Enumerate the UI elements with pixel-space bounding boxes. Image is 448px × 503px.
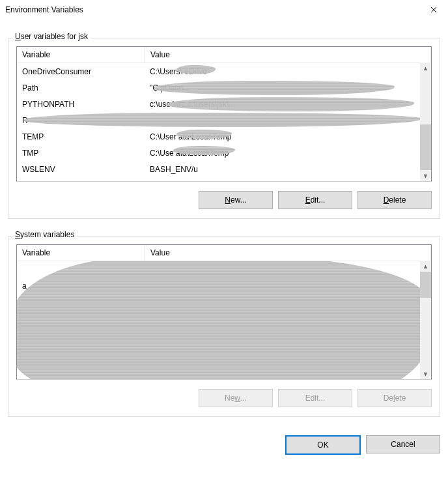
scroll-up-icon: ▲ (420, 63, 431, 74)
scrollbar[interactable]: ▲ ▼ (420, 261, 431, 379)
edit-button[interactable]: Edit... (278, 389, 352, 407)
list-header: Variable Value (17, 245, 431, 261)
new-button[interactable]: New... (199, 191, 273, 209)
cell-variable: R (17, 116, 145, 125)
list-rows: OneDriveConsumer C:\Users\ eDrive Path "… (17, 63, 431, 181)
list-header: Variable Value (17, 47, 431, 63)
system-variables-list[interactable]: Variable Value a ▲ ▼ (16, 244, 432, 380)
close-button[interactable] (419, 0, 448, 20)
cell-variable: WSLENV (17, 165, 145, 174)
scroll-down-icon: ▼ (420, 170, 431, 181)
dialog-body: User variables for jsk Variable Value On… (0, 20, 448, 424)
column-header-variable[interactable]: Variable (17, 245, 145, 261)
scroll-up-icon: ▲ (420, 261, 431, 272)
list-row[interactable]: R (17, 112, 431, 128)
system-variables-legend: System variables (12, 230, 77, 239)
cancel-button[interactable]: Cancel (366, 435, 440, 453)
column-header-value[interactable]: Value (145, 47, 431, 63)
scrollbar[interactable]: ▲ ▼ (420, 63, 431, 181)
cell-value: c:\use \src;c:\users\jsk\... (145, 100, 431, 109)
cell-variable: TEMP (17, 132, 145, 141)
cell-value: C:\User ata\Local\Temp (145, 132, 431, 141)
list-row[interactable] (17, 261, 431, 278)
cell-value: "C pData\... (145, 83, 431, 93)
scroll-down-icon: ▼ (420, 368, 431, 379)
system-variables-group: System variables Variable Value a (8, 236, 440, 417)
cell-variable: a (17, 281, 145, 291)
dialog-footer: OK Cancel (0, 424, 448, 463)
list-row[interactable]: PYTHONPATH c:\use \src;c:\users\jsk\... (17, 96, 431, 112)
edit-button[interactable]: Edit... (278, 191, 352, 209)
cell-variable: TMP (17, 149, 145, 158)
window-title: Environment Variables (5, 5, 83, 14)
list-row[interactable]: Path "C pData\... (17, 79, 431, 96)
user-variables-legend: User variables for jsk (12, 32, 91, 41)
list-row[interactable]: TEMP C:\User ata\Local\Temp (17, 128, 431, 145)
delete-button[interactable]: Delete (357, 389, 432, 407)
user-variables-group: User variables for jsk Variable Value On… (8, 38, 440, 219)
scroll-thumb[interactable] (420, 272, 431, 298)
cell-variable: Path (17, 83, 145, 93)
titlebar: Environment Variables (0, 0, 448, 20)
list-rows: a (17, 261, 431, 379)
list-row[interactable]: OneDriveConsumer C:\Users\ eDrive (17, 63, 431, 79)
user-buttons-row: New... Edit... Delete (16, 191, 432, 209)
column-header-value[interactable]: Value (145, 245, 431, 261)
cell-variable: OneDriveConsumer (17, 67, 145, 76)
delete-button[interactable]: Delete (357, 191, 432, 209)
cell-value: BASH_ENV/u (145, 165, 431, 174)
scroll-thumb[interactable] (420, 124, 431, 170)
list-row[interactable]: TMP C:\Use ata\Local\Temp (17, 145, 431, 161)
new-button[interactable]: New... (199, 389, 273, 407)
close-icon (430, 5, 437, 15)
list-row[interactable]: a (17, 278, 431, 294)
cell-value: C:\Use ata\Local\Temp (145, 149, 431, 158)
ok-button[interactable]: OK (285, 435, 361, 455)
column-header-variable[interactable]: Variable (17, 47, 145, 63)
cell-variable: PYTHONPATH (17, 100, 145, 109)
user-variables-list[interactable]: Variable Value OneDriveConsumer C:\Users… (16, 46, 432, 182)
cell-value: C:\Users\ eDrive (145, 67, 431, 76)
list-row[interactable]: WSLENV BASH_ENV/u (17, 161, 431, 177)
system-buttons-row: New... Edit... Delete (16, 389, 432, 407)
